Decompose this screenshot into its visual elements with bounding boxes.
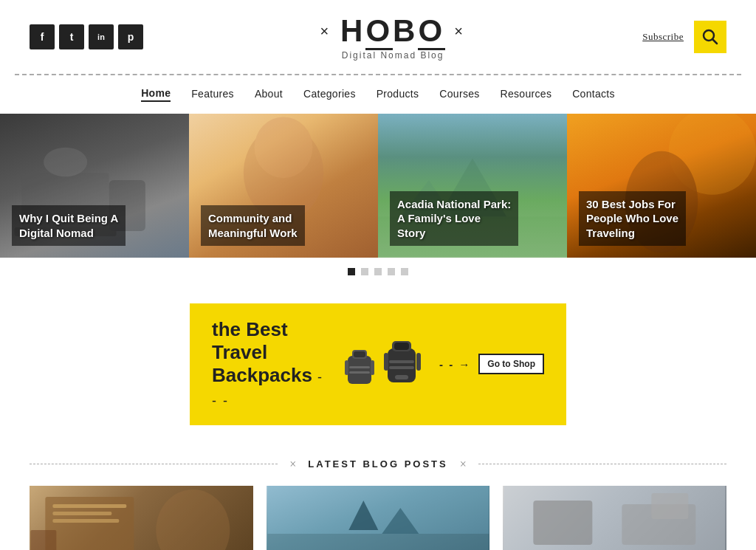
card3-decoration — [503, 486, 726, 550]
nav-item-resources[interactable]: Resources — [501, 88, 552, 101]
pinterest-icon[interactable]: p — [118, 24, 143, 49]
facebook-icon[interactable]: f — [30, 24, 55, 49]
latest-posts-header: × LATEST BLOG POSTS × — [30, 458, 726, 471]
nav-item-categories[interactable]: Categories — [303, 88, 356, 101]
search-button[interactable] — [694, 21, 726, 53]
svg-rect-41 — [652, 493, 689, 519]
logo-title: × HOBO × — [320, 13, 465, 49]
section-line-left — [30, 464, 278, 464]
logo-subtitle: Digital Nomad Blog — [320, 50, 465, 61]
header-right: Subscribe — [642, 21, 726, 53]
slide-2-caption-box: Community andMeaningful Work — [201, 205, 305, 246]
svg-rect-17 — [349, 371, 370, 374]
nav-item-products[interactable]: Products — [377, 88, 419, 101]
dot-3[interactable] — [374, 268, 382, 275]
banner-icons — [342, 338, 427, 390]
svg-point-7 — [255, 117, 313, 178]
nav-item-about[interactable]: About — [255, 88, 283, 101]
dot-5[interactable] — [401, 268, 408, 275]
svg-rect-16 — [349, 366, 370, 368]
social-icons: f t in p — [30, 24, 143, 49]
svg-rect-39 — [534, 501, 593, 545]
section-x-left: × — [289, 458, 296, 471]
slide-3[interactable]: Acadia National Park:A Family's LoveStor… — [378, 114, 567, 258]
blog-grid — [0, 486, 756, 550]
slide-2-caption: Community andMeaningful Work — [201, 205, 366, 246]
banner-text-line2: Backpacks — [212, 364, 317, 386]
hero-slider: Why I Quit Being ADigital Nomad Communit… — [0, 114, 756, 258]
svg-point-33 — [156, 489, 230, 550]
slide-1-caption-box: Why I Quit Being ADigital Nomad — [12, 205, 126, 246]
slide-4-caption: 30 Best Jobs ForPeople Who LoveTraveling — [579, 191, 744, 247]
slide-4[interactable]: 30 Best Jobs ForPeople Who LoveTraveling — [567, 114, 756, 258]
backpack-large-icon — [382, 338, 427, 390]
slider-dots — [0, 258, 756, 286]
svg-rect-15 — [354, 351, 365, 357]
svg-rect-26 — [416, 353, 421, 371]
section-x-right: × — [460, 458, 467, 471]
instagram-icon[interactable]: in — [89, 24, 114, 49]
search-icon — [702, 29, 718, 45]
svg-rect-24 — [389, 366, 414, 369]
svg-rect-13 — [348, 356, 371, 384]
slide-1-caption: Why I Quit Being ADigital Nomad — [12, 205, 177, 246]
blog-card-3[interactable] — [503, 486, 726, 550]
banner-text: the Best Travel Backpacks - - - — [212, 318, 330, 410]
slide-4-caption-box: 30 Best Jobs ForPeople Who LoveTraveling — [579, 191, 686, 247]
blog-card-2[interactable] — [267, 486, 490, 550]
svg-rect-25 — [384, 353, 388, 371]
slide-3-caption-box: Acadia National Park:A Family's LoveStor… — [390, 191, 518, 247]
svg-rect-31 — [52, 519, 119, 523]
svg-rect-19 — [371, 360, 374, 375]
svg-point-4 — [44, 148, 87, 176]
promo-banner[interactable]: the Best Travel Backpacks - - - — [190, 303, 566, 425]
logo-text: HOBO — [340, 13, 445, 49]
svg-rect-35 — [267, 534, 489, 550]
svg-rect-30 — [52, 512, 111, 515]
slide-2[interactable]: Community andMeaningful Work — [189, 114, 378, 258]
subscribe-button[interactable]: Subscribe — [642, 31, 684, 43]
dot-4[interactable] — [388, 268, 395, 275]
section-line-right — [478, 464, 726, 464]
svg-rect-22 — [394, 343, 409, 350]
banner-cta: - - → Go to Shop — [439, 354, 544, 374]
nav-item-home[interactable]: Home — [141, 87, 171, 102]
main-nav: Home Features About Categories Products … — [0, 75, 756, 114]
logo-x-left: × — [320, 23, 331, 40]
nav-item-features[interactable]: Features — [191, 88, 234, 101]
blog-card-1-image — [30, 486, 253, 550]
blog-card-1[interactable] — [30, 486, 253, 550]
banner-text-line1: the Best Travel — [212, 318, 288, 363]
svg-line-1 — [713, 40, 718, 44]
svg-rect-29 — [52, 504, 126, 508]
nav-item-contacts[interactable]: Contacts — [572, 88, 615, 101]
svg-rect-34 — [267, 486, 489, 534]
header: f t in p × HOBO × Digital Nomad Blog Sub… — [0, 0, 756, 74]
banner-cta-arrow: - - → — [439, 358, 471, 371]
blog-card-2-image — [267, 486, 490, 550]
section-title: LATEST BLOG POSTS — [308, 458, 447, 470]
twitter-icon[interactable]: t — [59, 24, 84, 49]
go-to-shop-button[interactable]: Go to Shop — [478, 354, 544, 374]
logo: × HOBO × Digital Nomad Blog — [320, 13, 465, 61]
slide-3-caption: Acadia National Park:A Family's LoveStor… — [390, 191, 555, 247]
card2-decoration — [267, 486, 490, 550]
blog-card-3-image — [503, 486, 726, 550]
svg-rect-23 — [389, 360, 414, 363]
nav-item-courses[interactable]: Courses — [439, 88, 479, 101]
backpack-small-icon — [342, 347, 377, 390]
dot-1[interactable] — [348, 268, 355, 275]
card1-decoration — [30, 486, 253, 550]
dot-2[interactable] — [361, 268, 368, 275]
svg-rect-18 — [345, 360, 348, 375]
logo-x-right: × — [454, 23, 466, 40]
svg-rect-32 — [30, 530, 56, 550]
slide-1[interactable]: Why I Quit Being ADigital Nomad — [0, 114, 189, 258]
svg-rect-27 — [395, 375, 408, 379]
